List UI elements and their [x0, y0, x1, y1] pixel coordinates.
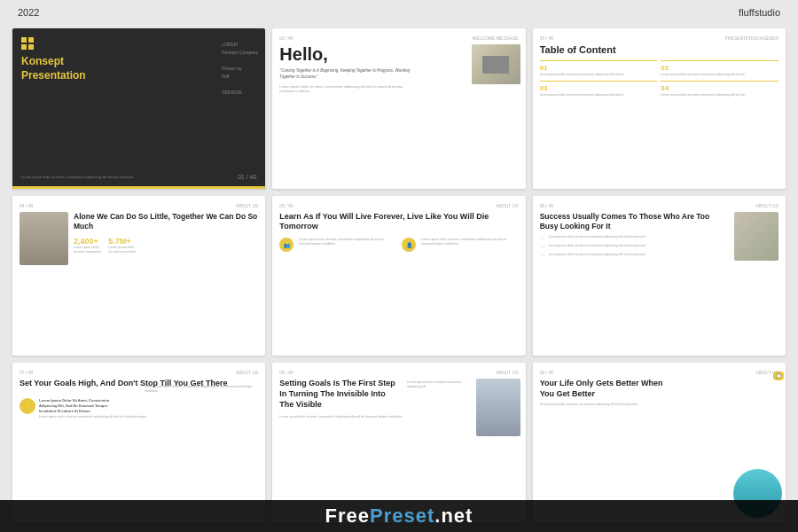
lightning-icon: ⚡: [24, 403, 32, 410]
col-text-2: Lorem ipsum dolor sit amet, consectetur …: [421, 238, 519, 252]
slide-6-content: Success Usually Comes To Those Who Are T…: [540, 212, 778, 262]
toc-line-3: [540, 81, 658, 82]
toc-item-3: 03 Lorem ipsum dolor sit amet consectetu…: [540, 81, 658, 98]
stat-2-label: Lorem ipsum dolorsit amet consectetur: [108, 246, 136, 254]
slide-6-section: ABOUT US: [756, 203, 778, 208]
toc-line-2: [661, 60, 778, 61]
toc-grid: 01 Lorem ipsum dolor sit amet consectetu…: [540, 60, 778, 98]
stat-1: 2,400+ Lorem ipsum dolorsit amet consect…: [74, 237, 101, 254]
slide-8-num: 08 / 40: [279, 370, 293, 375]
people-icon: 👥: [284, 242, 290, 248]
slide-8-header: 08 / 40 ABOUT US: [279, 370, 518, 375]
slide-5-bottom: 👥 Lorem ipsum dolor sit amet, consectetu…: [279, 238, 518, 252]
people-visual: [20, 212, 68, 265]
chat-badge: 💬: [773, 372, 784, 380]
slide-1-yellow-bar: [12, 186, 265, 189]
slide-1-menu: LOREMKonsept CompanyPresen byfluffVERSIO…: [222, 41, 258, 97]
slide-3-num: 03 / 40: [540, 35, 553, 41]
slide-3: 03 / 40 PRESENTATION AGENDA Table of Con…: [533, 28, 786, 189]
slide-2-quote: "Coming Together Is A Beginning, Keeping…: [279, 68, 411, 81]
slide-5-num: 05 / 40: [279, 203, 293, 208]
toc-num-3: 03: [540, 84, 658, 92]
slide-7-bottom-title: Lorem Ipsum Dolor Sit Amet, ConsecteturA…: [39, 398, 147, 414]
slide-5: 05 / 40 ABOUT US Learn As If You Will Li…: [272, 196, 525, 356]
grid-icon: [21, 37, 34, 50]
slide-5-section: ABOUT US: [496, 203, 518, 208]
year-label: 2022: [18, 7, 39, 18]
slide-7-lorem-right: Lorem ipsum dolor sit amet, consectetur …: [145, 385, 258, 394]
slide-3-section: PRESENTATION AGENDA: [725, 35, 778, 41]
stat-1-label: Lorem ipsum dolorsit amet consectetur: [74, 246, 101, 254]
slide-7-num: 07 / 40: [20, 370, 33, 375]
col-lorem-1: Lorem ipsum dolor sit amet, consectetur …: [299, 238, 396, 246]
slide-3-header: 03 / 40 PRESENTATION AGENDA: [540, 35, 778, 41]
slide-4-text: Alone We Can Do So Little, Together We C…: [74, 212, 258, 349]
slide-8-bottom-lorem: Lorem ipsum dolor sit amet, consectetur …: [279, 415, 411, 419]
slide-4-title: Alone We Can Do So Little, Together We C…: [74, 212, 258, 231]
toc-text-3: Lorem ipsum dolor sit amet consectetur a…: [540, 93, 658, 98]
brand-label: fluffstudio: [739, 7, 780, 18]
slide-9: 09 / 40 ABOUT US 💬 Your Life Only Gets B…: [533, 363, 786, 523]
arrow-item-3: → Lorem ipsum dolor sit amet consectetur…: [540, 253, 730, 259]
slide-1-num: 01 / 40: [238, 174, 256, 180]
slide-4: 04 / 40 ABOUT US Alone We Can Do So Litt…: [12, 196, 265, 356]
slide-4-stats: 2,400+ Lorem ipsum dolorsit amet consect…: [74, 237, 258, 254]
slide-7-bottom-lorem: Lorem ipsum dolor sit amet consectetur a…: [39, 415, 147, 419]
yellow-circle-7: ⚡: [20, 398, 35, 414]
slide-2-num: 02 / 40: [279, 35, 293, 41]
slide-6: 06 / 40 ABOUT US Success Usually Comes T…: [533, 196, 786, 356]
slide-7-header: 07 / 40 ABOUT US: [20, 370, 258, 375]
slide-1-bottom: Lorem ipsum dolor sit amet, consectetur …: [21, 174, 256, 180]
arrow-icon-3: →: [540, 253, 546, 259]
watermark-highlight: Preset: [370, 505, 434, 527]
top-bar: 2022 fluffstudio: [0, 0, 798, 25]
slide-4-section: ABOUT US: [236, 203, 258, 208]
slide-8: 08 / 40 ABOUT US Lorem ipsum dolor sit a…: [272, 363, 525, 523]
arrow-item-2: → Lorem ipsum dolor sit amet consectetur…: [540, 244, 730, 250]
watermark-text: FreePreset.net: [325, 505, 473, 528]
slide-8-section: ABOUT US: [496, 370, 518, 375]
building-visual: [476, 379, 520, 436]
toc-item-2: 02 Lorem ipsum dolor sit amet consectetu…: [661, 60, 778, 77]
office-desk-visual: [472, 44, 520, 84]
slide-4-header: 04 / 40 ABOUT US: [20, 203, 258, 208]
slide-3-title: Table of Content: [540, 44, 778, 55]
col-text-1: Lorem ipsum dolor sit amet, consectetur …: [299, 238, 396, 252]
slides-grid: KonseptPresentation LOREMKonsept Company…: [0, 25, 798, 530]
stat-1-num: 2,400+: [74, 237, 101, 246]
slide-7-bottom: ⚡ Lorem Ipsum Dolor Sit Amet, Consectetu…: [20, 398, 258, 419]
slide-5-header: 05 / 40 ABOUT US: [279, 203, 518, 208]
office-image: [472, 44, 520, 84]
icon-circle-2: 👤: [402, 238, 416, 252]
toc-num-1: 01: [540, 64, 658, 72]
stat-2-num: 5.7M+: [108, 237, 136, 246]
building-image: [476, 379, 520, 436]
slide-1: KonseptPresentation LOREMKonsept Company…: [12, 28, 265, 189]
slide-6-text: Success Usually Comes To Those Who Are T…: [540, 212, 730, 262]
arrow-item-1: → Lorem ipsum dolor sit amet consectetur…: [540, 235, 730, 241]
toc-text-1: Lorem ipsum dolor sit amet consectetur a…: [540, 73, 658, 77]
slide-6-title: Success Usually Comes To Those Who Are T…: [540, 212, 730, 231]
arrow-icon-1: →: [540, 235, 546, 241]
slide-9-title: Your Life Only Gets Better When You Get …: [540, 379, 671, 399]
slide-4-content: Alone We Can Do So Little, Together We C…: [20, 212, 258, 349]
arrow-icon-2: →: [540, 244, 546, 250]
slide-6-header: 06 / 40 ABOUT US: [540, 203, 778, 208]
toc-line-4: [661, 81, 778, 82]
slide-4-num: 04 / 40: [20, 203, 33, 208]
slide-2: 02 / 40 WELCOME MESSAGE Hello, "Coming T…: [272, 28, 525, 189]
slide-2-header: 02 / 40 WELCOME MESSAGE: [279, 35, 518, 41]
toc-num-4: 04: [661, 84, 778, 92]
slide-8-lorem-top: Lorem ipsum dolor sit amet consectetur a…: [407, 380, 470, 389]
slide-7: 07 / 40 ABOUT US Set Your Goals High, An…: [12, 363, 265, 523]
toc-item-1: 01 Lorem ipsum dolor sit amet consectetu…: [540, 60, 658, 77]
icon-circle-1: 👥: [279, 238, 293, 252]
arrow-text-2: Lorem ipsum dolor sit amet consectetur a…: [549, 244, 646, 248]
arrow-text-1: Lorem ipsum dolor sit amet consectetur a…: [549, 235, 646, 239]
toc-line-1: [540, 60, 658, 61]
arrow-text-3: Lorem ipsum dolor sit amet consectetur a…: [549, 253, 646, 257]
slide-2-section: WELCOME MESSAGE: [473, 35, 519, 41]
people-image: [20, 212, 68, 265]
slide-6-num: 06 / 40: [540, 203, 553, 208]
toc-text-2: Lorem ipsum dolor sit amet consectetur a…: [661, 73, 778, 77]
